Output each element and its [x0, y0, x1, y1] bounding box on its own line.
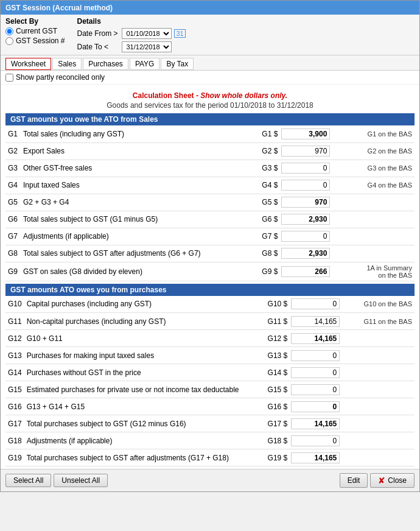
row-code: G18 $ [263, 432, 289, 449]
content-area: Calculation Sheet - Show whole dollars o… [1, 85, 419, 469]
g7-input[interactable] [281, 231, 330, 242]
row-desc: Purchases without GST in the price [24, 364, 263, 381]
row-id: G14 [5, 364, 24, 381]
row-desc: Purchases for making input taxed sales [24, 347, 263, 364]
g10-input[interactable] [291, 298, 340, 309]
date-to-select[interactable]: 31/12/2018 [122, 41, 172, 52]
table-row: G6 Total sales subject to GST (G1 minus … [5, 211, 415, 228]
row-id: G10 [5, 296, 24, 313]
g13-input[interactable] [291, 350, 340, 361]
date-from-row: Date From > 01/10/2018 31 [77, 28, 185, 39]
table-row: G1 Total sales (including any GST) G1 $ … [5, 125, 415, 142]
g14-input[interactable] [291, 367, 340, 378]
amount-cell [279, 125, 348, 142]
g16-input[interactable] [291, 401, 340, 412]
row-desc: Total purchases subject to GST (G12 minu… [24, 415, 263, 432]
row-code: G13 $ [263, 347, 289, 364]
g2-input[interactable] [281, 146, 330, 156]
g1-input[interactable] [281, 128, 330, 139]
calc-title-suffix: - Show whole dollars only. [194, 91, 288, 100]
row-code: G14 $ [263, 364, 289, 381]
current-gst-row: Current GST [5, 27, 65, 35]
details-label: Details [77, 17, 185, 26]
table-row: G15 Estimated purchases for private use … [5, 381, 415, 398]
g3-input[interactable] [281, 163, 330, 174]
show-partly-row: Show partly reconciled only [1, 71, 419, 85]
g18-input[interactable] [291, 435, 340, 446]
g17-input[interactable] [291, 418, 340, 429]
g9-input[interactable] [281, 266, 330, 277]
date-to-label: Date To < [77, 43, 119, 51]
amount-cell [279, 142, 348, 160]
bas-empty [348, 330, 415, 347]
g19-input[interactable] [291, 452, 340, 463]
g12-input[interactable] [291, 333, 340, 344]
row-desc: Other GST-free sales [21, 160, 254, 177]
table-row: G9 GST on sales (G8 divided by eleven) G… [5, 262, 415, 281]
edit-button[interactable]: Edit [340, 473, 368, 488]
table-row: G2 Export Sales G2 $ G2 on the BAS [5, 142, 415, 160]
amount-cell [279, 245, 348, 262]
tab-by-tax[interactable]: By Tax [161, 58, 194, 70]
row-id: G3 [5, 160, 21, 177]
purchases-table: G10 Capital purchases (including any GST… [5, 296, 415, 467]
row-code: G10 $ [263, 296, 289, 313]
row-desc: Total sales subject to GST after adjustm… [21, 245, 254, 262]
tabs-bar: Worksheet Sales Purchases PAYG By Tax [1, 55, 419, 71]
amount-cell [279, 177, 348, 194]
current-gst-radio[interactable] [5, 27, 13, 35]
g11-input[interactable] [291, 316, 340, 327]
bas-label-g9: 1A in Summary on the BAS [348, 262, 415, 281]
bas-empty [348, 449, 415, 466]
g8-input[interactable] [281, 248, 330, 259]
date-from-select[interactable]: 01/10/2018 [122, 28, 172, 39]
amount-cell [289, 449, 348, 466]
calc-title: Calculation Sheet - Show whole dollars o… [5, 91, 415, 100]
row-desc: Input taxed Sales [21, 177, 254, 194]
g5-input[interactable] [281, 197, 330, 208]
row-code: G3 $ [254, 160, 279, 177]
close-icon: ✘ [378, 476, 385, 485]
calendar-icon[interactable]: 31 [174, 29, 185, 38]
tab-worksheet[interactable]: Worksheet [5, 58, 51, 70]
row-id: G2 [5, 142, 21, 160]
unselect-all-button[interactable]: Unselect All [54, 474, 108, 487]
row-desc: Total purchases subject to GST after adj… [24, 449, 263, 466]
g15-input[interactable] [291, 384, 340, 395]
bas-empty [348, 245, 415, 262]
show-partly-checkbox[interactable] [5, 74, 13, 82]
row-code: G7 $ [254, 228, 279, 245]
tab-purchases[interactable]: Purchases [83, 58, 128, 70]
amount-cell [279, 160, 348, 177]
row-desc: Capital purchases (including any GST) [24, 296, 263, 313]
g4-input[interactable] [281, 180, 330, 191]
row-id: G9 [5, 262, 21, 281]
row-id: G6 [5, 211, 21, 228]
bas-label: G11 on the BAS [348, 313, 415, 330]
calc-subtitle: Goods and services tax for the period 01… [5, 101, 415, 110]
row-code: G5 $ [254, 194, 279, 211]
close-button[interactable]: ✘ Close [370, 473, 415, 488]
row-id: G19 [5, 449, 24, 466]
tab-payg[interactable]: PAYG [130, 58, 160, 70]
row-code: G8 $ [254, 245, 279, 262]
close-label: Close [388, 476, 407, 485]
row-code: G16 $ [263, 398, 289, 415]
row-id: G7 [5, 228, 21, 245]
bas-empty [348, 432, 415, 449]
row-code: G15 $ [263, 381, 289, 398]
window-title: GST Session (Accrual method) [5, 4, 113, 12]
select-all-button[interactable]: Select All [5, 474, 51, 487]
select-by-section: Select By Current GST GST Session # [5, 17, 65, 45]
bas-empty [348, 194, 415, 211]
row-code: G19 $ [263, 449, 289, 466]
row-desc: Total sales subject to GST (G1 minus G5) [21, 211, 254, 228]
g6-input[interactable] [281, 214, 330, 225]
row-code: G6 $ [254, 211, 279, 228]
tab-sales[interactable]: Sales [52, 58, 82, 70]
table-row: G12 G10 + G11 G12 $ [5, 330, 415, 347]
amount-cell [279, 211, 348, 228]
gst-session-radio[interactable] [5, 37, 13, 45]
row-code: G1 $ [254, 125, 279, 142]
row-desc: G2 + G3 + G4 [21, 194, 254, 211]
